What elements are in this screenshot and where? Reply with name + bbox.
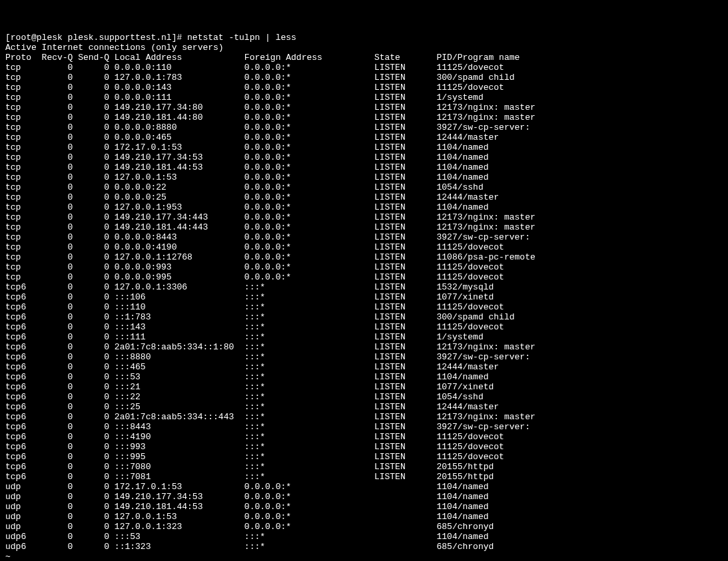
terminal-output[interactable]: [root@plesk plesk.supporttest.nl]# netst… (5, 33, 723, 561)
